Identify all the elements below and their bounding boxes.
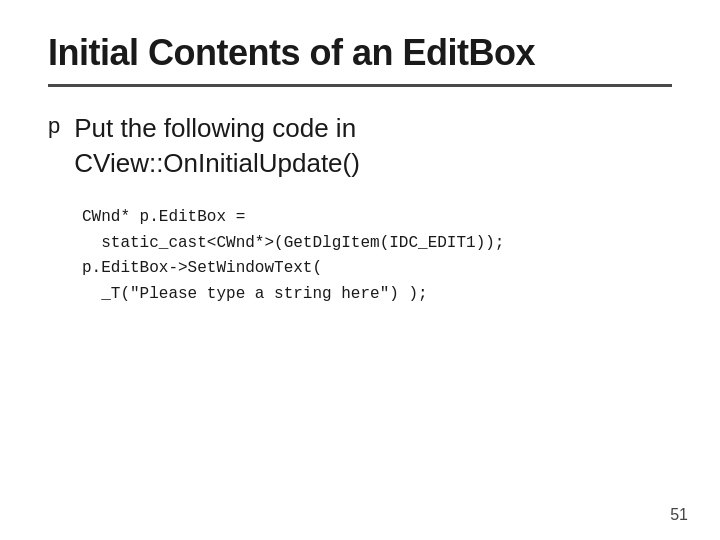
- code-line-2: static_cast<CWnd*>(GetDlgItem(IDC_EDIT1)…: [82, 231, 672, 257]
- content-area: p Put the following code in CView::OnIni…: [48, 111, 672, 181]
- slide-title: Initial Contents of an EditBox: [48, 32, 672, 74]
- code-line-1: CWnd* p.EditBox =: [82, 205, 672, 231]
- bullet-text: Put the following code in CView::OnIniti…: [74, 111, 360, 181]
- bullet-marker: p: [48, 113, 60, 139]
- code-line-3: p.EditBox->SetWindowText(: [82, 256, 672, 282]
- bullet-text-line1: Put the following code in: [74, 111, 360, 146]
- code-line-4: _T("Please type a string here") );: [82, 282, 672, 308]
- title-area: Initial Contents of an EditBox: [48, 32, 672, 87]
- code-block: CWnd* p.EditBox = static_cast<CWnd*>(Get…: [82, 205, 672, 307]
- slide: Initial Contents of an EditBox p Put the…: [0, 0, 720, 540]
- page-number: 51: [670, 506, 688, 524]
- bullet-text-line2: CView::OnInitialUpdate(): [74, 146, 360, 181]
